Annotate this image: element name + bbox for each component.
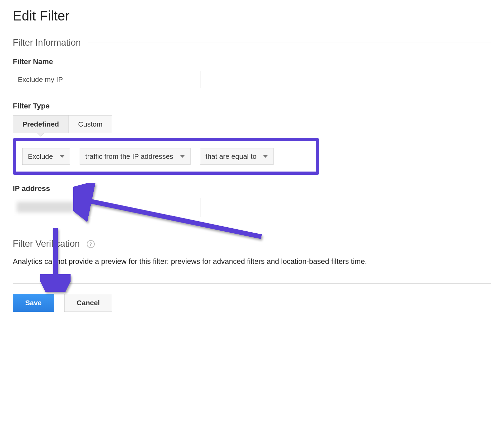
caret-down-icon <box>180 155 185 158</box>
filter-information-label: Filter Information <box>13 38 81 48</box>
page-title: Edit Filter <box>13 8 491 23</box>
tab-predefined[interactable]: Predefined <box>13 115 69 133</box>
filter-name-field: Filter Name <box>13 57 491 88</box>
predefined-filter-row-highlight: Exclude traffic from the IP addresses th… <box>13 138 319 175</box>
filter-match-dropdown[interactable]: that are equal to <box>200 148 274 165</box>
filter-name-label: Filter Name <box>13 57 491 66</box>
tab-predefined-label: Predefined <box>23 120 59 128</box>
filter-type-tabs: Predefined Custom <box>13 115 491 133</box>
filter-type-label: Filter Type <box>13 102 491 110</box>
filter-name-input[interactable] <box>13 71 201 88</box>
help-icon[interactable]: ? <box>87 240 95 248</box>
filter-verification-label: Filter Verification <box>13 239 80 249</box>
save-button[interactable]: Save <box>13 294 54 312</box>
filter-type-field: Filter Type Predefined Custom Exclude tr… <box>13 102 491 175</box>
filter-match-value: that are equal to <box>206 152 257 160</box>
active-tab-indicator-icon <box>37 133 44 137</box>
filter-source-dropdown[interactable]: traffic from the IP addresses <box>80 148 191 165</box>
caret-down-icon <box>263 155 268 158</box>
redacted-ip-overlay <box>17 202 74 213</box>
filter-verification-section: Filter Verification ? Analytics cannot p… <box>13 239 491 267</box>
filter-verification-header: Filter Verification ? <box>13 239 491 249</box>
divider <box>13 283 491 284</box>
verification-message: Analytics cannot provide a preview for t… <box>13 256 491 267</box>
filter-source-value: traffic from the IP addresses <box>85 152 173 160</box>
ip-address-field: IP address <box>13 184 491 217</box>
filter-action-value: Exclude <box>28 152 53 160</box>
caret-down-icon <box>60 155 65 158</box>
divider <box>88 43 491 43</box>
divider <box>101 244 491 244</box>
ip-address-label: IP address <box>13 184 491 193</box>
cancel-button[interactable]: Cancel <box>64 294 112 312</box>
filter-action-dropdown[interactable]: Exclude <box>22 148 70 165</box>
filter-information-header: Filter Information <box>13 38 491 48</box>
tab-custom[interactable]: Custom <box>69 115 112 133</box>
form-actions: Save Cancel <box>13 294 491 312</box>
tab-custom-label: Custom <box>78 120 102 128</box>
